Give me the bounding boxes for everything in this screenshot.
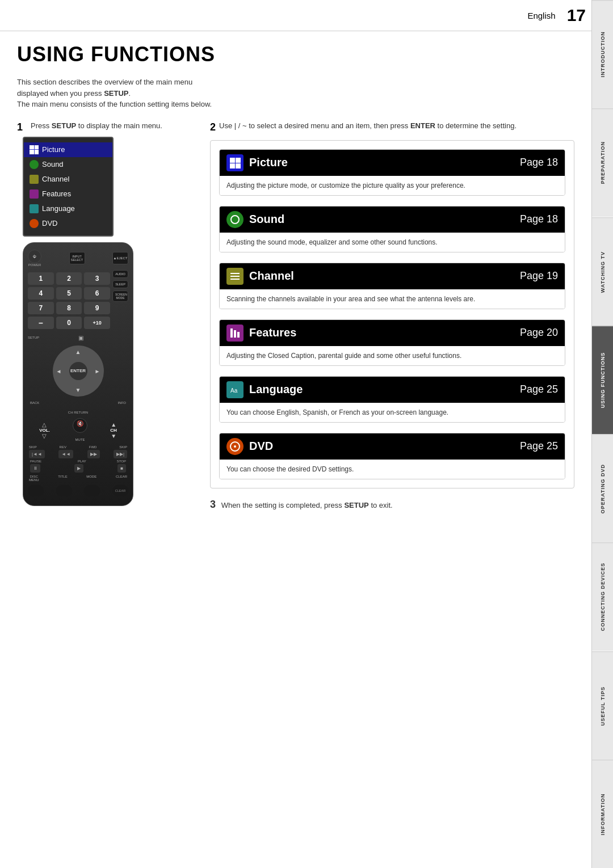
clear-button[interactable]: CLEAR <box>112 485 128 496</box>
back-label: BACK <box>30 401 39 404</box>
svg-rect-2 <box>230 163 235 168</box>
svg-rect-0 <box>230 158 235 163</box>
sound-card-desc: Adjusting the sound mode, equalizer and … <box>226 237 558 247</box>
num-1-button[interactable]: 1 <box>28 272 54 285</box>
mini-menu-language-label: Language <box>42 204 75 213</box>
dpad[interactable]: ▲ ▼ ◄ ► ENTER <box>28 345 128 397</box>
title-button[interactable] <box>56 485 72 496</box>
mini-menu-item-sound[interactable]: Sound <box>24 157 112 172</box>
num-4-button[interactable]: 4 <box>28 287 54 300</box>
enter-button[interactable]: ENTER <box>69 362 87 380</box>
sidebar-tab-using-functions[interactable]: USING FUNCTIONS <box>592 326 613 434</box>
num-7-button[interactable]: 7 <box>28 302 54 314</box>
stop-button[interactable]: ■ <box>117 464 126 473</box>
sidebar-tab-preparation[interactable]: PREPARATION <box>592 108 613 217</box>
mini-menu-sound-label: Sound <box>42 160 64 168</box>
page-title: USING FUNCTIONS <box>17 43 574 66</box>
sidebar-tab-connecting-devices[interactable]: CONNECTING DEVICES <box>592 542 613 651</box>
features-card-page: Page 20 <box>520 327 558 339</box>
step3-number: 3 <box>210 499 216 510</box>
sidebar-tab-introduction[interactable]: INTRODUCTION <box>592 0 613 108</box>
ch-label: CH <box>110 428 117 433</box>
picture-card-icon <box>226 154 243 171</box>
mini-menu-dvd-label: DVD <box>42 219 57 227</box>
sidebar-tab-operating-dvd[interactable]: OPERATING DVD <box>592 434 613 542</box>
skip-back-button[interactable]: |◄◄ <box>29 450 45 458</box>
mini-menu-channel-label: Channel <box>42 175 69 183</box>
vol-ch-row: △ VOL. ▽ 🔇 MUTE ▲ CH ▼ <box>28 418 128 443</box>
rev-button[interactable]: ◄◄ <box>58 450 73 458</box>
features-icon <box>30 189 39 199</box>
page-number: 17 <box>567 6 586 25</box>
features-card-icon <box>226 325 243 342</box>
pause-button[interactable]: ⏸ <box>30 464 40 473</box>
audio-button[interactable]: AUDIO <box>112 270 128 278</box>
step2-text: Use | / ~ to select a desired menu and a… <box>219 121 517 130</box>
picture-card-page: Page 18 <box>520 157 558 168</box>
svg-rect-8 <box>230 328 233 338</box>
remote-control: ⏻ POWER INPUTSELECT ▲EJECT 1 2 3 <box>23 242 133 506</box>
main-content: USING FUNCTIONS This section describes t… <box>0 31 591 522</box>
eject-button[interactable]: ▲EJECT <box>112 252 128 264</box>
menu-card-picture: Picture Page 18 Adjusting the picture mo… <box>219 149 565 196</box>
skip-fwd-button[interactable]: ▶▶| <box>114 450 127 458</box>
menu-card-dvd: DVD Page 25 You can choose the desired D… <box>219 433 565 479</box>
features-card-desc: Adjusting the Closed Caption, parental g… <box>226 351 558 361</box>
language-card-icon: Aa <box>226 381 243 398</box>
svg-rect-7 <box>230 279 240 280</box>
channel-card-page: Page 19 <box>520 270 558 282</box>
picture-icon <box>30 145 39 154</box>
svg-point-4 <box>231 216 239 224</box>
mini-menu-item-features[interactable]: Features <box>24 187 112 201</box>
channel-card-title: Channel <box>249 269 520 283</box>
svg-rect-6 <box>230 276 240 277</box>
num-5-button[interactable]: 5 <box>56 287 82 300</box>
disc-menu-button[interactable] <box>28 485 44 496</box>
svg-rect-1 <box>236 158 241 163</box>
power-button[interactable]: ⏻ <box>28 250 41 263</box>
mode-button[interactable] <box>84 485 100 496</box>
num-9-button[interactable]: 9 <box>84 302 110 314</box>
step3-text: When the setting is completed, press <box>221 501 345 509</box>
fwd-button[interactable]: ▶▶ <box>87 450 100 458</box>
num-plus10-button[interactable]: +10 <box>84 317 110 329</box>
intro-text: This section describes the overview of t… <box>17 77 574 110</box>
sidebar-tabs: INTRODUCTION PREPARATION WATCHING TV USI… <box>591 0 613 868</box>
sidebar-tab-useful-tips[interactable]: USEFUL TIPS <box>592 651 613 760</box>
mini-menu-item-dvd[interactable]: DVD <box>24 216 112 231</box>
dvd-card-page: Page 25 <box>520 440 558 452</box>
language-icon <box>30 204 39 213</box>
sound-card-icon <box>226 211 243 228</box>
input-select-button[interactable]: INPUTSELECT <box>69 252 85 264</box>
num-dash-button[interactable]: – <box>28 317 54 329</box>
channel-card-desc: Scanning the channels available in your … <box>226 294 558 304</box>
sound-icon <box>30 160 39 169</box>
step2-number: 2 <box>210 121 216 133</box>
dvd-card-icon <box>226 438 243 455</box>
num-8-button[interactable]: 8 <box>56 302 82 314</box>
screen-mode-button[interactable]: SCREENMODE <box>112 290 128 302</box>
menu-card-sound: Sound Page 18 Adjusting the sound mode, … <box>219 206 565 252</box>
num-6-button[interactable]: 6 <box>84 287 110 300</box>
mute-button[interactable]: 🔇 <box>73 418 87 433</box>
numpad: 1 2 3 4 5 6 7 8 9 – 0 +10 <box>28 272 110 329</box>
sidebar-tab-watching-tv[interactable]: WATCHING TV <box>592 217 613 326</box>
sidebar-tab-information[interactable]: INFORMATION <box>592 760 613 868</box>
mini-menu-item-language[interactable]: Language <box>24 201 112 216</box>
svg-rect-5 <box>230 273 240 274</box>
sound-card-title: Sound <box>249 213 520 226</box>
language-card-title: Language <box>249 383 520 396</box>
sleep-button[interactable]: SLEEP <box>112 280 128 288</box>
dvd-icon <box>30 219 39 228</box>
channel-card-icon <box>226 268 243 285</box>
mini-menu-item-picture[interactable]: Picture <box>24 142 112 157</box>
language-label: English <box>527 11 555 20</box>
language-card-desc: You can choose English, Spanish, or Fren… <box>226 407 558 418</box>
mini-menu-item-channel[interactable]: Channel <box>24 172 112 187</box>
num-2-button[interactable]: 2 <box>56 272 82 285</box>
num-0-button[interactable]: 0 <box>56 317 82 329</box>
num-3-button[interactable]: 3 <box>84 272 110 285</box>
play-button[interactable]: ▶ <box>74 464 83 473</box>
language-card-page: Page 25 <box>520 384 558 395</box>
features-card-title: Features <box>249 326 520 339</box>
